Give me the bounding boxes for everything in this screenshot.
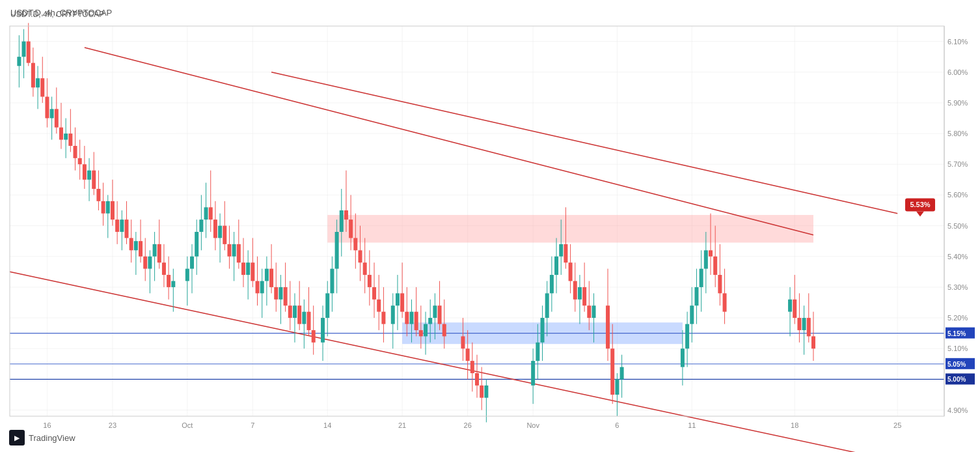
symbol-label: USDT.D, 4h, CRYPTOCAP [10,8,112,18]
tv-icon-text: ▶ [14,434,20,442]
chart-container: USDT.D, 4h, CRYPTOCAP ▶ TradingView [0,0,980,452]
tv-icon: ▶ [9,430,25,445]
chart-header: USDT.D, 4h, CRYPTOCAP [10,8,112,18]
chart-canvas [0,0,980,452]
tradingview-logo: ▶ TradingView [9,430,75,445]
tradingview-brand: TradingView [29,433,75,443]
